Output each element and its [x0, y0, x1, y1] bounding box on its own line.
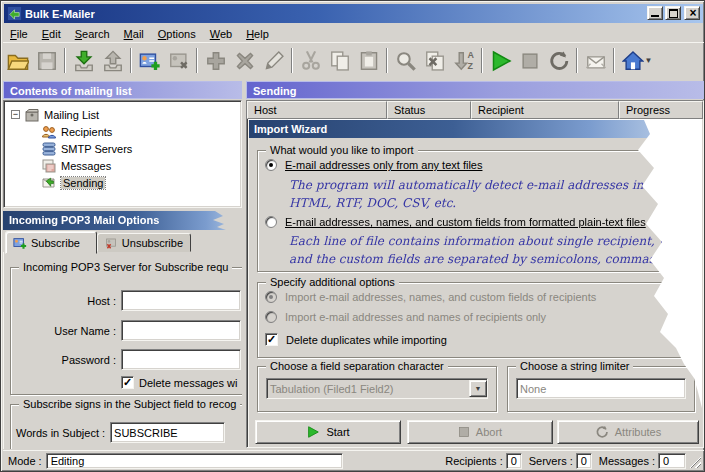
- start-play-icon: [489, 49, 513, 73]
- menu-help[interactable]: Help: [239, 27, 276, 41]
- import-wizard-title-bar[interactable]: Import Wizard: [249, 120, 703, 138]
- tree-node-sending[interactable]: Sending: [4, 174, 241, 191]
- messages-icon: [41, 158, 57, 174]
- app-window: Bulk E-Mailer × File Edit Search Mail Op…: [0, 0, 705, 472]
- tree-label[interactable]: SMTP Servers: [61, 143, 132, 155]
- search-button[interactable]: [391, 46, 420, 75]
- import-addresses-only-radio[interactable]: [265, 159, 277, 171]
- limiter-group: Choose a string limiter None: [507, 366, 695, 412]
- minimize-button[interactable]: [647, 6, 663, 20]
- column-label: Status: [394, 104, 425, 116]
- wizard-attributes-label: Attributes: [615, 426, 661, 438]
- mailing-list-panel-title: Contents of mailing list: [10, 85, 132, 97]
- import-formatted-desc-line1: Each line of file contains information a…: [289, 234, 705, 248]
- home-button[interactable]: ▼: [618, 46, 656, 75]
- open-folder-button[interactable]: [3, 46, 32, 75]
- collapse-icon[interactable]: −: [11, 110, 20, 119]
- edit-button[interactable]: [259, 46, 288, 75]
- wizard-attributes-button: Attributes: [557, 420, 699, 444]
- tree-label[interactable]: Recipients: [61, 126, 112, 138]
- mode-label: Mode :: [8, 455, 42, 467]
- toolbar-separator: [130, 48, 132, 73]
- sort-az-button[interactable]: A Z: [449, 46, 478, 75]
- send-mail-button[interactable]: [581, 46, 610, 75]
- password-label: Password :: [14, 354, 116, 366]
- import-choice-group-label: What would you like to import: [266, 144, 418, 156]
- separator-combo-button: ▼: [469, 380, 487, 397]
- column-label: Recipient: [478, 104, 524, 116]
- add-recipient-button[interactable]: [135, 46, 164, 75]
- import-formatted-label[interactable]: E-mail addresses, names, and custom fiel…: [285, 216, 646, 228]
- import-custom-fields-label: Import e-mail addresses, names, and cust…: [285, 291, 596, 303]
- stop-icon: [458, 426, 470, 438]
- import-icon: [73, 50, 95, 72]
- delete-duplicates-button[interactable]: [420, 46, 449, 75]
- export-icon: [102, 50, 124, 72]
- pop3-panel-title: Incoming POP3 Mail Options: [9, 214, 159, 226]
- delete-duplicates-icon: [424, 50, 446, 72]
- user-name-input[interactable]: [121, 320, 241, 341]
- menu-search[interactable]: Search: [68, 27, 117, 41]
- pop3-panel-header[interactable]: Incoming POP3 Mail Options: [3, 211, 242, 230]
- start-button[interactable]: [486, 46, 515, 75]
- open-folder-icon: [7, 50, 29, 72]
- import-button[interactable]: [69, 46, 98, 75]
- delete-duplicates-row: ✓ Delete duplicates while importing: [265, 333, 447, 346]
- mailing-list-panel-header[interactable]: Contents of mailing list: [3, 81, 242, 99]
- menu-file[interactable]: File: [3, 27, 35, 41]
- menu-bar: File Edit Search Mail Options Web Help: [3, 25, 704, 42]
- import-formatted-radio[interactable]: [265, 216, 277, 228]
- recipients-icon: [41, 124, 57, 140]
- tree-label[interactable]: Mailing List: [44, 109, 99, 121]
- delete-duplicates-checkbox[interactable]: ✓: [265, 333, 278, 346]
- separator-group: Choose a field separation character Tabu…: [257, 366, 497, 412]
- add-button: [201, 46, 230, 75]
- tree-node-messages[interactable]: Messages: [4, 157, 241, 174]
- chevron-down-icon: ▼: [475, 385, 482, 392]
- tab-label: Subscribe: [31, 237, 80, 249]
- password-input[interactable]: [121, 349, 241, 370]
- menu-edit[interactable]: Edit: [35, 27, 68, 41]
- import-addresses-only-label[interactable]: E-mail addresses only from any text file…: [285, 159, 482, 171]
- tab-subscribe[interactable]: Subscribe: [5, 231, 97, 254]
- toolbar: A Z: [3, 42, 704, 78]
- delete-messages-checkbox[interactable]: ✓: [121, 376, 134, 389]
- sending-panel-title: Sending: [253, 85, 296, 97]
- column-header-host[interactable]: Host: [247, 101, 387, 119]
- column-header-progress[interactable]: Progress: [619, 101, 703, 119]
- host-input[interactable]: [121, 290, 241, 311]
- tab-label: Unsubscribe: [122, 237, 183, 249]
- search-icon: [395, 50, 417, 72]
- close-icon: ×: [685, 6, 701, 20]
- tree-label-selected[interactable]: Sending: [61, 177, 105, 189]
- unsubscribe-tab-icon: [105, 236, 118, 250]
- close-button[interactable]: ×: [684, 6, 700, 20]
- tree-node-recipients[interactable]: Recipients: [4, 123, 241, 140]
- tree-label[interactable]: Messages: [61, 160, 111, 172]
- delete-recipient-icon: [168, 50, 190, 72]
- wizard-start-button[interactable]: Start: [255, 420, 401, 444]
- tab-unsubscribe[interactable]: Unsubscribe: [97, 233, 191, 252]
- pop3-tab-content: Incoming POP3 Server for Subscribe requ …: [3, 252, 242, 449]
- import-wizard-title: Import Wizard: [254, 123, 327, 135]
- edit-pencil-icon: [263, 50, 285, 72]
- menu-options[interactable]: Options: [151, 27, 203, 41]
- title-bar[interactable]: Bulk E-Mailer ×: [4, 4, 703, 23]
- column-header-recipient[interactable]: Recipient: [471, 101, 619, 119]
- tree-node-mailing-list[interactable]: − Mailing List: [4, 106, 241, 123]
- refresh-button[interactable]: [544, 46, 573, 75]
- option-radio1-row: Import e-mail addresses, names, and cust…: [265, 291, 596, 303]
- home-dropdown-arrow-icon[interactable]: ▼: [645, 56, 653, 65]
- stop-icon: [519, 50, 541, 72]
- words-in-subject-input[interactable]: [110, 422, 225, 443]
- maximize-button[interactable]: [665, 6, 681, 20]
- column-header-status[interactable]: Status: [387, 101, 471, 119]
- sending-panel-header[interactable]: Sending: [246, 81, 704, 99]
- delete-button: [230, 46, 259, 75]
- smtp-servers-icon: [41, 141, 57, 157]
- menu-mail[interactable]: Mail: [117, 27, 151, 41]
- tree-node-smtp-servers[interactable]: SMTP Servers: [4, 140, 241, 157]
- stop-button: [515, 46, 544, 75]
- send-mail-icon: [585, 50, 607, 72]
- menu-web[interactable]: Web: [203, 27, 239, 41]
